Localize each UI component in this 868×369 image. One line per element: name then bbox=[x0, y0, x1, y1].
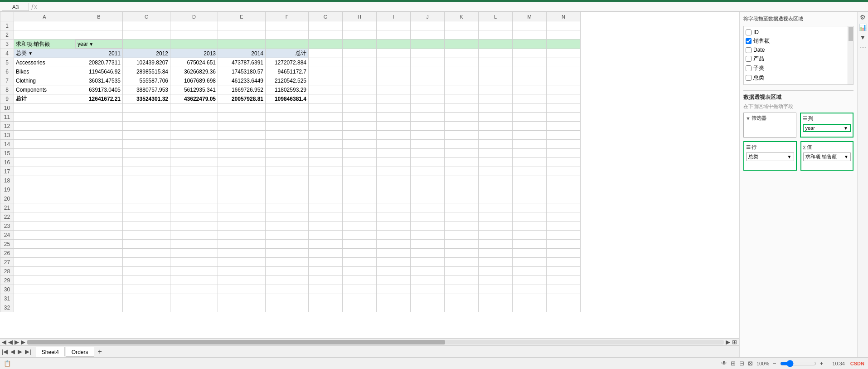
cell-C5[interactable]: 102439.8207 bbox=[123, 58, 170, 67]
cell-N3[interactable] bbox=[547, 39, 581, 49]
cell-F8[interactable]: 11802593.29 bbox=[266, 85, 309, 94]
status-table-icon[interactable]: ⊟ bbox=[739, 360, 744, 367]
cell-C6[interactable]: 28985515.84 bbox=[123, 67, 170, 76]
cell-N1[interactable] bbox=[547, 21, 581, 30]
cell-A7[interactable]: Clothing bbox=[14, 76, 75, 85]
cell-D3[interactable] bbox=[170, 39, 218, 49]
cell-A6[interactable]: Bikes bbox=[14, 67, 75, 76]
cell-A4-category[interactable]: 总类 ▼ bbox=[14, 49, 75, 58]
expand-icon[interactable]: ⊞ bbox=[732, 339, 737, 345]
cell-B2[interactable] bbox=[75, 30, 123, 39]
cell-H2[interactable] bbox=[343, 30, 377, 39]
year-dropdown-icon[interactable]: ▼ bbox=[89, 42, 93, 47]
cell-K3[interactable] bbox=[445, 39, 479, 49]
cell-K2[interactable] bbox=[445, 30, 479, 39]
pivot-chart-icon[interactable]: 📊 bbox=[859, 24, 867, 31]
scrollbar-track[interactable] bbox=[27, 340, 724, 344]
cell-L1[interactable] bbox=[479, 21, 513, 30]
cell-C8[interactable]: 3880757.953 bbox=[123, 85, 170, 94]
cell-A2[interactable] bbox=[14, 30, 75, 39]
cell-L3[interactable] bbox=[479, 39, 513, 49]
status-icon-left[interactable]: 📋 bbox=[4, 360, 11, 367]
cell-F5[interactable]: 1272072.884 bbox=[266, 58, 309, 67]
sheet-tab-orders[interactable]: Orders bbox=[66, 347, 94, 357]
cell-L2[interactable] bbox=[479, 30, 513, 39]
sheet-nav-last[interactable]: ▶| bbox=[25, 348, 31, 355]
cell-C4-2012[interactable]: 2012 bbox=[123, 49, 170, 58]
cell-B7[interactable]: 36031.47535 bbox=[75, 76, 123, 85]
cell-C9[interactable]: 33524301.32 bbox=[123, 94, 170, 103]
cell-M2[interactable] bbox=[513, 30, 547, 39]
row-field-tag[interactable]: 总类 ▼ bbox=[746, 153, 794, 161]
sheet-nav-next[interactable]: ▶ bbox=[18, 348, 22, 355]
cell-G1[interactable] bbox=[309, 21, 343, 30]
cell-C1[interactable] bbox=[123, 21, 170, 30]
cell-G2[interactable] bbox=[309, 30, 343, 39]
val-field-dropdown-icon[interactable]: ▼ bbox=[844, 154, 849, 159]
cell-I2[interactable] bbox=[377, 30, 411, 39]
cell-N2[interactable] bbox=[547, 30, 581, 39]
cell-H1[interactable] bbox=[343, 21, 377, 30]
cell-D9[interactable]: 43622479.05 bbox=[170, 94, 218, 103]
cell-A1[interactable] bbox=[14, 21, 75, 30]
cell-G4[interactable] bbox=[309, 49, 343, 58]
cell-D4-2013[interactable]: 2013 bbox=[170, 49, 218, 58]
year-field-tag[interactable]: year ▼ bbox=[803, 124, 851, 132]
cell-F4-total[interactable]: 总计 bbox=[266, 49, 309, 58]
cell-M1[interactable] bbox=[513, 21, 547, 30]
cell-F9[interactable]: 109846381.4 bbox=[266, 94, 309, 103]
zoom-slider[interactable] bbox=[780, 360, 816, 367]
cell-F6[interactable]: 94651172.7 bbox=[266, 67, 309, 76]
zoom-plus-icon[interactable]: + bbox=[820, 360, 824, 367]
field-checkbox-ID[interactable] bbox=[746, 30, 752, 35]
sheet-nav-first[interactable]: |◀ bbox=[2, 348, 8, 355]
cell-C7[interactable]: 555587.706 bbox=[123, 76, 170, 85]
scroll-left-icon[interactable]: ◀ bbox=[2, 339, 6, 345]
cell-I1[interactable] bbox=[377, 21, 411, 30]
grid-container[interactable]: A B C D E F G H I J K L M bbox=[0, 12, 739, 338]
cell-B5[interactable]: 20820.77311 bbox=[75, 58, 123, 67]
category-dropdown-icon[interactable]: ▼ bbox=[28, 51, 33, 56]
status-layout-icon[interactable]: ⊠ bbox=[748, 360, 753, 367]
zoom-minus-icon[interactable]: − bbox=[773, 360, 776, 367]
cell-F7[interactable]: 2120542.525 bbox=[266, 76, 309, 85]
cell-D6[interactable]: 36266829.36 bbox=[170, 67, 218, 76]
cell-K1[interactable] bbox=[445, 21, 479, 30]
cell-D8[interactable]: 5612935.341 bbox=[170, 85, 218, 94]
scrollbar-thumb[interactable] bbox=[27, 340, 445, 344]
cell-B3-year[interactable]: year ▼ bbox=[75, 39, 122, 49]
horizontal-scrollbar[interactable]: ◀ ◀ ▶ ▶ ▶ ⊞ bbox=[0, 338, 739, 345]
pivot-filter2-icon[interactable]: ▼ bbox=[860, 34, 866, 41]
cell-B1[interactable] bbox=[75, 21, 123, 30]
status-grid-icon[interactable]: ⊞ bbox=[731, 360, 736, 367]
cell-D1[interactable] bbox=[170, 21, 218, 30]
cell-H3[interactable] bbox=[343, 39, 377, 49]
row-field-dropdown-icon[interactable]: ▼ bbox=[787, 154, 792, 159]
cell-A3-sumfield[interactable]: 求和项:销售额 bbox=[14, 39, 75, 49]
year-field-dropdown-icon[interactable]: ▼ bbox=[844, 126, 848, 131]
field-list-container[interactable]: ID 销售额 Date 产品 bbox=[743, 26, 853, 85]
cell-B8[interactable]: 639173.0405 bbox=[75, 85, 123, 94]
cell-F2[interactable] bbox=[266, 30, 309, 39]
cell-F1[interactable] bbox=[266, 21, 309, 30]
add-sheet-button[interactable]: + bbox=[95, 348, 105, 356]
name-box[interactable]: A3 bbox=[2, 3, 29, 11]
cell-A5[interactable]: Accessories bbox=[14, 58, 75, 67]
cell-E8[interactable]: 1669726.952 bbox=[218, 85, 266, 94]
cell-E6[interactable]: 17453180.57 bbox=[218, 67, 266, 76]
sheet-nav-prev[interactable]: ◀ bbox=[10, 348, 15, 355]
pivot-more-icon[interactable]: ⋯ bbox=[860, 44, 866, 51]
cell-J2[interactable] bbox=[411, 30, 445, 39]
cell-A8[interactable]: Components bbox=[14, 85, 75, 94]
cell-J1[interactable] bbox=[411, 21, 445, 30]
cell-C2[interactable] bbox=[123, 30, 170, 39]
scroll-right-icon[interactable]: ▶ bbox=[15, 339, 19, 345]
field-checkbox-category[interactable] bbox=[746, 75, 752, 81]
cell-B6[interactable]: 11945646.92 bbox=[75, 67, 123, 76]
status-eye-icon[interactable]: 👁 bbox=[721, 360, 727, 367]
cell-M3[interactable] bbox=[513, 39, 547, 49]
cell-D2[interactable] bbox=[170, 30, 218, 39]
val-field-tag[interactable]: 求和项:销售额 ▼ bbox=[803, 153, 851, 161]
cell-G3[interactable] bbox=[309, 39, 343, 49]
cell-B9[interactable]: 12641672.21 bbox=[75, 94, 123, 103]
